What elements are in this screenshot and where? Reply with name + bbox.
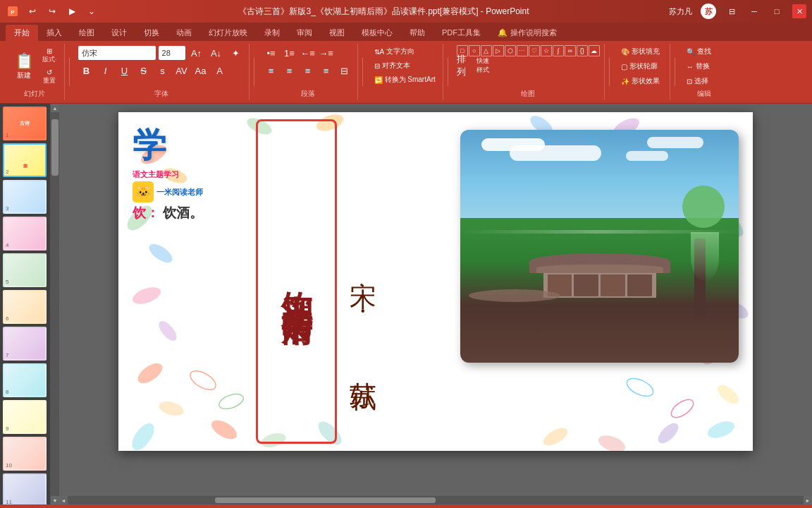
tab-design[interactable]: 设计 — [103, 25, 135, 41]
shape-cloud[interactable]: ☁ — [589, 45, 600, 56]
align-center-btn[interactable]: ≡ — [281, 63, 298, 78]
shape-bracket[interactable]: {} — [577, 45, 588, 56]
smartart-btn[interactable]: 🔁 转换为 SmartArt — [371, 73, 438, 86]
shape-curve1[interactable]: ∫ — [553, 45, 564, 56]
tab-draw[interactable]: 绘图 — [70, 25, 103, 41]
shape-triangle[interactable]: △ — [481, 45, 492, 56]
close-btn[interactable]: ✕ — [792, 4, 806, 18]
canvas-area: ▲ ▼ — [51, 104, 812, 504]
ppt-icon[interactable]: P — [6, 4, 20, 18]
slide-thumb-1[interactable]: 古诗 1 — [3, 107, 47, 140]
font-spacing-btn[interactable]: AV — [173, 63, 190, 78]
tab-review[interactable]: 审阅 — [288, 25, 321, 41]
slide-thumb-4[interactable]: 4 — [3, 217, 47, 250]
text-direction-btn[interactable]: ⇅A 文字方向 — [371, 45, 438, 58]
slide-canvas[interactable]: 学 语文主题学习 🐱 一米阅读老师 饮： 饮酒。 饮湖上初晴后雨 — [118, 112, 753, 451]
minimize-btn[interactable]: ─ — [747, 4, 761, 18]
new-slide-btn[interactable]: 📋 新建 — [10, 50, 38, 83]
align-right-btn[interactable]: ≡ — [300, 63, 316, 78]
shape-hex[interactable]: ⬡ — [505, 45, 516, 56]
scroll-left-btn[interactable]: ◄ — [59, 496, 68, 504]
redo-btn[interactable]: ↪ — [45, 4, 59, 18]
list-number-btn[interactable]: 1≡ — [281, 45, 298, 61]
scroll-up-btn[interactable]: ▲ — [51, 104, 59, 112]
slide-thumb-2[interactable]: 饮湖上 2 — [3, 143, 47, 177]
shape-heart[interactable]: ♡ — [529, 45, 540, 56]
tab-record[interactable]: 录制 — [256, 25, 288, 41]
shape-curve2[interactable]: ∞ — [565, 45, 576, 56]
find-btn[interactable]: 🔍 查找 — [684, 45, 714, 58]
slide-thumb-num-4: 4 — [6, 242, 8, 248]
slide-thumb-9[interactable]: 9 — [3, 400, 47, 434]
tab-help[interactable]: 帮助 — [401, 25, 433, 41]
play-btn[interactable]: ▶ — [65, 4, 79, 18]
slide-thumb-preview-9 — [4, 401, 45, 433]
scroll-down-btn[interactable]: ▼ — [51, 496, 59, 504]
indent-more-btn[interactable]: →≡ — [318, 45, 335, 61]
tab-search[interactable]: 🔔 操作说明搜索 — [489, 25, 565, 41]
justify-btn[interactable]: ≡ — [318, 63, 335, 78]
slide-thumb-5[interactable]: 5 — [3, 253, 47, 287]
slide-thumb-3[interactable]: 3 — [3, 180, 47, 214]
tab-slideshow[interactable]: 幻灯片放映 — [200, 25, 256, 41]
indent-less-btn[interactable]: ←≡ — [300, 45, 316, 61]
shape-star[interactable]: ☆ — [541, 45, 552, 56]
slide-thumb-11[interactable]: 11 — [3, 473, 47, 504]
font-name-input[interactable] — [78, 46, 156, 60]
columns-btn[interactable]: ⊟ — [336, 63, 353, 78]
slide-thumb-8[interactable]: 8 — [3, 363, 47, 397]
font-size-input[interactable] — [159, 46, 185, 60]
user-avatar[interactable]: 苏 — [701, 4, 716, 19]
svg-point-30 — [217, 391, 245, 411]
undo-btn[interactable]: ↩ — [25, 4, 39, 18]
shape-more[interactable]: ⋯ — [517, 45, 528, 56]
font-color-btn[interactable]: A — [211, 63, 228, 78]
ribbon-toggle[interactable]: ⊟ — [725, 4, 739, 18]
shape-effects-label: 形状效果 — [632, 76, 660, 86]
tab-home[interactable]: 开始 — [6, 25, 38, 41]
slide-thumb-7[interactable]: 7 — [3, 327, 47, 361]
strikethrough-btn[interactable]: S — [135, 63, 152, 78]
slide-thumb-num-11: 11 — [6, 499, 12, 504]
bold-btn[interactable]: B — [78, 63, 95, 78]
shape-arrow[interactable]: ▷ — [493, 45, 504, 56]
italic-btn[interactable]: I — [97, 63, 114, 78]
align-left-btn[interactable]: ≡ — [263, 63, 280, 78]
slide-thumb-10[interactable]: 10 — [3, 437, 47, 471]
select-btn[interactable]: ⊡ 选择 — [684, 75, 714, 87]
titlebar-left: P ↩ ↪ ▶ ⌄ — [6, 4, 99, 18]
align-text-btn[interactable]: ⊟ 对齐文本 — [371, 59, 438, 72]
maximize-btn[interactable]: □ — [770, 4, 784, 18]
divider3 — [362, 58, 363, 86]
replace-btn[interactable]: ↔ 替换 — [684, 60, 714, 73]
shape-fill-btn[interactable]: 🎨 形状填充 — [618, 45, 663, 58]
layout-btn[interactable]: ⊞ 版式· — [39, 46, 60, 66]
font-case-btn[interactable]: Aa — [192, 63, 209, 78]
v-scrollbar[interactable]: ▲ ▼ — [51, 104, 59, 504]
more-btn[interactable]: ⌄ — [85, 4, 99, 18]
slide-thumb-6[interactable]: 6 — [3, 290, 47, 324]
font-grow-btn[interactable]: A↑ — [188, 45, 205, 61]
scroll-right-btn[interactable]: ► — [804, 496, 812, 504]
reset-btn[interactable]: ↺ 重置 — [39, 67, 60, 87]
h-scrollbar[interactable]: ◄ ► — [59, 496, 812, 504]
shadow-btn[interactable]: s — [154, 63, 171, 78]
ribbon-group-paragraph: •≡ 1≡ ←≡ →≡ ≡ ≡ ≡ ≡ ⊟ 段落 — [259, 44, 358, 100]
font-shrink-btn[interactable]: A↓ — [208, 45, 225, 61]
h-scroll-thumb[interactable] — [215, 497, 436, 503]
tab-view[interactable]: 视图 — [321, 25, 353, 41]
tab-templates[interactable]: 模板中心 — [353, 25, 401, 41]
tab-insert[interactable]: 插入 — [38, 25, 70, 41]
tab-animation[interactable]: 动画 — [168, 25, 200, 41]
arrange-btn[interactable]: 排列 — [457, 58, 474, 73]
shape-effects-btn[interactable]: ✨ 形状效果 — [618, 75, 663, 87]
tab-pdf[interactable]: PDF工具集 — [433, 25, 489, 41]
tab-transitions[interactable]: 切换 — [135, 25, 168, 41]
poem-title-box[interactable]: 饮湖上初晴后雨 — [256, 119, 337, 444]
shape-outline-btn[interactable]: ▢ 形状轮廓 — [618, 60, 663, 73]
list-bullet-btn[interactable]: •≡ — [263, 45, 280, 61]
clear-format-btn[interactable]: ✦ — [228, 45, 245, 61]
underline-btn[interactable]: U — [116, 63, 133, 78]
quick-style-btn[interactable]: 快速样式 — [476, 58, 493, 73]
scroll-thumb[interactable] — [51, 119, 59, 176]
